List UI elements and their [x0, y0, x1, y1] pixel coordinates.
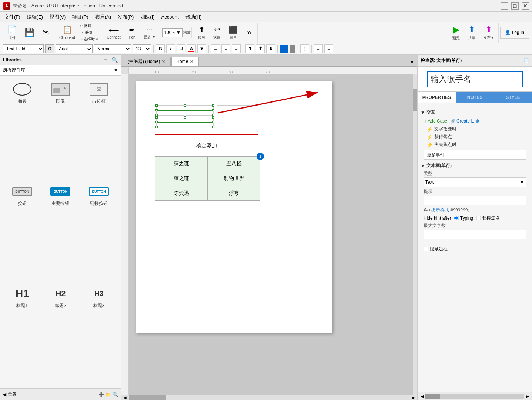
menu-team[interactable]: 团队(I): [137, 13, 157, 21]
interaction-section-header[interactable]: ▼ 交互: [421, 109, 529, 116]
radio-typing-input[interactable]: [454, 216, 459, 220]
font-size-select[interactable]: 13: [133, 44, 151, 53]
max-chars-input[interactable]: [424, 230, 526, 239]
component-ellipse[interactable]: 椭圆: [4, 80, 40, 179]
table-cell-2-1[interactable]: 薛之谦: [155, 171, 208, 186]
radio-focus[interactable]: 获得焦点: [476, 215, 500, 221]
tab-properties[interactable]: PROPERTIES: [418, 92, 456, 103]
table-cell-3-2[interactable]: 浮夸: [208, 186, 260, 201]
align-middle-button[interactable]: ⬆: [256, 44, 265, 53]
more-button[interactable]: ··· 更多 ▼: [140, 23, 159, 42]
align-right-button[interactable]: ≡: [232, 44, 241, 53]
library-dropdown[interactable]: 所有部件库 ▼: [3, 66, 118, 74]
inspector-scrollbar-thumb[interactable]: [425, 394, 440, 399]
canvas-scrollbar-v[interactable]: [413, 74, 417, 395]
underline-button[interactable]: U: [177, 44, 185, 53]
pen-button[interactable]: ✒ Pen: [125, 23, 140, 42]
component-btn-link[interactable]: BUTTON 链接按钮: [81, 182, 117, 281]
publish-button[interactable]: ⬆ 发布▼: [480, 23, 498, 42]
clipboard-button[interactable]: 📋 Clipboard: [57, 24, 78, 41]
hide-border-checkbox[interactable]: [424, 247, 428, 251]
event-row-2[interactable]: ⚡ 获得焦点: [421, 133, 529, 141]
component-h1[interactable]: H1 标题1: [4, 284, 40, 384]
align-center-button[interactable]: ≡: [221, 44, 230, 53]
confirm-button[interactable]: 确定添加: [155, 138, 258, 154]
table-cell-3-1[interactable]: 陈奕迅: [155, 186, 208, 201]
component-btn-gray[interactable]: BUTTON 按钮: [4, 182, 40, 281]
component-image[interactable]: 图像: [43, 80, 78, 179]
inspector-scroll-left[interactable]: ◀: [421, 394, 424, 399]
more-list-button[interactable]: ≡: [324, 44, 333, 53]
menu-publish[interactable]: 发布(P): [115, 13, 137, 21]
widget-section-header[interactable]: ▼ 文本框(单行): [421, 163, 529, 169]
tab-style[interactable]: STYLE: [494, 92, 532, 103]
scroll-right-button[interactable]: ▶: [410, 395, 417, 400]
widget-settings-button[interactable]: ⚙: [45, 44, 54, 53]
minimize-button[interactable]: −: [501, 2, 508, 10]
event-row-1[interactable]: ⚡ 文字改变时: [421, 125, 529, 133]
font-color-button[interactable]: A: [187, 44, 196, 53]
inspector-scrollbar-h[interactable]: [425, 394, 524, 399]
align-bottom-button[interactable]: ⬇: [266, 44, 275, 53]
hint-input[interactable]: [424, 196, 526, 205]
menu-layout[interactable]: 布局(A): [92, 13, 114, 21]
close-button[interactable]: ✕: [522, 2, 529, 10]
table-cell-1-1[interactable]: 薛之谦: [155, 156, 208, 171]
zoom-selector[interactable]: 100% ▼: [162, 28, 183, 37]
style-select[interactable]: Normal: [94, 44, 131, 53]
menu-file[interactable]: 文件(F): [1, 13, 23, 21]
input-col-2[interactable]: [217, 105, 257, 128]
align-left-button[interactable]: ≡: [211, 44, 220, 53]
libraries-menu-button[interactable]: ≡: [102, 56, 109, 64]
menu-help[interactable]: 帮助(H): [183, 13, 205, 21]
inspector-new-page-button[interactable]: 📄: [523, 58, 529, 63]
radio-focus-input[interactable]: [476, 216, 481, 220]
connect-button[interactable]: ⟵ Connect: [103, 23, 124, 42]
redo-button[interactable]: → 重做: [78, 29, 100, 36]
restore-button[interactable]: □: [511, 2, 519, 10]
create-link-button[interactable]: 🔗 Create Link: [450, 119, 479, 124]
component-h3[interactable]: H3 标题3: [81, 284, 117, 384]
menu-project[interactable]: 项目(P): [69, 13, 91, 21]
master-add-button[interactable]: ➕: [98, 392, 104, 397]
component-h2[interactable]: H2 标题2: [43, 284, 78, 384]
group-button[interactable]: ⬛ 组合: [225, 23, 241, 42]
tab-home[interactable]: Home ✕: [171, 57, 199, 66]
expand-button[interactable]: »: [242, 23, 257, 42]
font-select[interactable]: Arial: [56, 44, 93, 53]
tabs-overflow-button[interactable]: ▼: [408, 58, 416, 66]
inspector-content[interactable]: ▼ 交互 + Add Case 🔗 Create Link ⚡ 文字改变时 ⚡ …: [418, 103, 532, 392]
title-controls[interactable]: − □ ✕: [501, 2, 529, 10]
inspector-scroll-right[interactable]: ▶: [526, 394, 529, 399]
select-time-button[interactable]: └ 选择时 ↵: [78, 36, 100, 43]
hint-style-link[interactable]: 提示样式: [431, 207, 449, 213]
canvas-scrollbar-h[interactable]: [129, 395, 410, 400]
tab-repeater-close[interactable]: ✕: [161, 59, 166, 65]
login-button[interactable]: 👤 Log In: [500, 27, 529, 39]
menu-account[interactable]: Account: [158, 13, 182, 20]
canvas[interactable]: 确定添加 1 薛之谦 丑八怪: [129, 74, 413, 395]
component-btn-blue[interactable]: BUTTON 主要按钮: [43, 182, 78, 281]
radio-typing[interactable]: Typing: [454, 216, 473, 221]
type-dropdown[interactable]: Text ▼: [424, 177, 526, 187]
fill-color-button[interactable]: [280, 45, 288, 53]
table-cell-1-2[interactable]: 丑八怪: [208, 156, 260, 171]
return-button[interactable]: ↩ 返回: [210, 23, 224, 42]
menu-view[interactable]: 视图(V): [47, 13, 68, 21]
border-color-button[interactable]: [290, 45, 295, 53]
input-row-1[interactable]: [156, 105, 214, 116]
libraries-search-button[interactable]: 🔍: [111, 56, 118, 64]
menu-edit[interactable]: 编辑(E): [24, 13, 46, 21]
more-events-button[interactable]: 更多事件: [424, 150, 526, 160]
input-row-2[interactable]: [156, 117, 214, 127]
master-search-button[interactable]: 🔍: [113, 392, 118, 397]
italic-button[interactable]: I: [166, 44, 175, 53]
cut-button[interactable]: ✂: [39, 23, 53, 42]
new-button[interactable]: 📄 文件: [4, 23, 20, 42]
tab-notes[interactable]: NOTES: [456, 92, 494, 103]
more-format-button[interactable]: ⋮: [300, 44, 309, 53]
scroll-left-button[interactable]: ◀: [121, 395, 129, 400]
save-button[interactable]: 💾: [21, 23, 38, 42]
widget-type-select[interactable]: Text Field: [3, 44, 44, 53]
tab-home-close[interactable]: ✕: [190, 59, 194, 64]
